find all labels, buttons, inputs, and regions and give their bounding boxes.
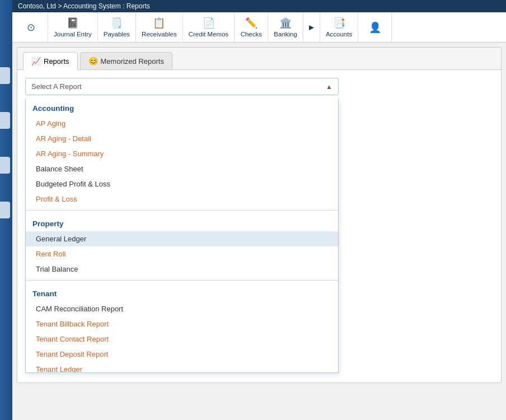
- sidebar-bookmark-1[interactable]: [0, 67, 10, 84]
- report-item-balance-sheet[interactable]: Balance Sheet: [26, 161, 338, 176]
- left-sidebar: [0, 0, 12, 388]
- credit-memos-icon: 📄: [203, 17, 215, 29]
- nav-checks[interactable]: ✏️ Checks: [235, 12, 268, 42]
- tab-memorized-reports[interactable]: 😊 Memorized Reports: [80, 52, 172, 69]
- dropdown-container: Select A Report ▲ Accounting AP Aging AR…: [17, 70, 501, 95]
- group-header-accounting: Accounting: [26, 99, 338, 116]
- home-icon: ⊙: [27, 21, 35, 34]
- report-item-tenant-contact[interactable]: Tenant Contact Report: [26, 332, 338, 347]
- report-item-tenant-ledger[interactable]: Tenant Ledger: [26, 362, 338, 373]
- receivables-icon: 📋: [153, 17, 165, 29]
- report-item-general-ledger[interactable]: General Ledger: [26, 231, 338, 246]
- breadcrumb: Contoso, Ltd > Accounting System : Repor…: [12, 0, 506, 12]
- nav-user[interactable]: 👤: [358, 12, 392, 42]
- memorized-tab-icon: 😊: [88, 57, 98, 66]
- tabs-bar: 📈 Reports 😊 Memorized Reports: [17, 48, 501, 70]
- report-item-trial-balance[interactable]: Trial Balance: [26, 262, 338, 277]
- sidebar-bookmark-4[interactable]: [0, 202, 10, 218]
- dropdown-list[interactable]: Accounting AP Aging AR Aging - Detail AR…: [25, 99, 339, 373]
- report-item-budgeted-profit-loss[interactable]: Budgeted Profit & Loss: [26, 176, 338, 192]
- accounts-icon: 📑: [333, 17, 345, 29]
- report-item-tenant-billback[interactable]: Tenant Billback Report: [26, 316, 338, 332]
- nav-journal-entry[interactable]: 📓 Journal Entry: [48, 12, 98, 42]
- tab-reports[interactable]: 📈 Reports: [23, 52, 78, 70]
- more-arrow-icon: ▸: [309, 22, 313, 32]
- nav-home[interactable]: ⊙: [15, 12, 48, 42]
- nav-credit-memos[interactable]: 📄 Credit Memos: [183, 12, 235, 42]
- group-header-tenant: Tenant: [26, 284, 338, 301]
- sidebar-bookmark-3[interactable]: [0, 157, 10, 174]
- journal-icon: 📓: [67, 17, 79, 29]
- nav-accounts[interactable]: 📑 Accounts: [320, 12, 358, 42]
- report-item-tenant-deposit[interactable]: Tenant Deposit Report: [26, 347, 338, 362]
- divider-1: [26, 210, 338, 211]
- user-icon: 👤: [369, 21, 381, 34]
- nav-more[interactable]: ▸: [303, 12, 320, 42]
- report-item-rent-roll[interactable]: Rent Roll: [26, 246, 338, 262]
- report-item-profit-loss[interactable]: Profit & Loss: [26, 192, 338, 207]
- group-header-property: Property: [26, 214, 338, 231]
- report-item-ar-aging-summary[interactable]: AR Aging - Summary: [26, 146, 338, 161]
- page-content: 📈 Reports 😊 Memorized Reports Select A R…: [17, 47, 502, 383]
- sidebar-bookmark-2[interactable]: [0, 112, 10, 129]
- nav-toolbar: ⊙ 📓 Journal Entry 🗒️ Payables 📋 Receivab…: [12, 12, 506, 43]
- dropdown-arrow-icon: ▲: [326, 83, 332, 91]
- divider-2: [26, 280, 338, 281]
- report-item-cam-reconciliation[interactable]: CAM Reconciliation Report: [26, 301, 338, 316]
- reports-tab-icon: 📈: [31, 57, 41, 66]
- nav-payables[interactable]: 🗒️ Payables: [98, 12, 136, 42]
- report-item-ar-aging-detail[interactable]: AR Aging - Detail: [26, 131, 338, 146]
- checks-icon: ✏️: [245, 17, 257, 29]
- payables-icon: 🗒️: [110, 17, 123, 29]
- nav-receivables[interactable]: 📋 Receivables: [136, 12, 183, 42]
- select-report-dropdown[interactable]: Select A Report ▲: [25, 78, 339, 95]
- nav-banking[interactable]: 🏛️ Banking: [268, 12, 303, 42]
- report-item-ap-aging[interactable]: AP Aging: [26, 116, 338, 131]
- banking-icon: 🏛️: [279, 17, 292, 29]
